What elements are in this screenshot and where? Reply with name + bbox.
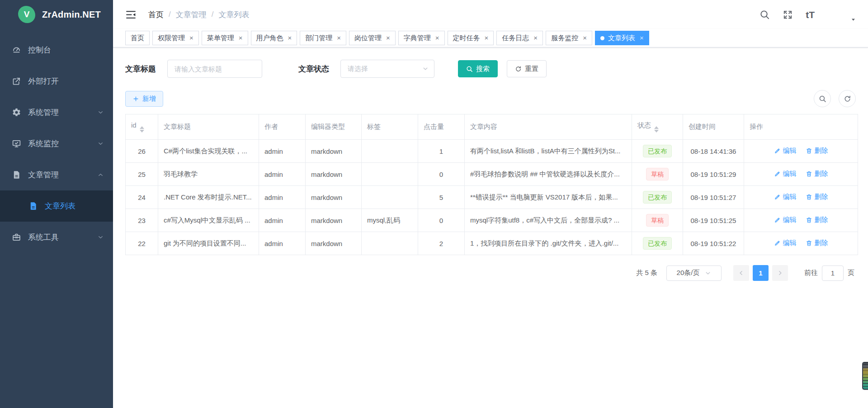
cell-author: admin <box>259 209 306 232</box>
sidebar-item-external[interactable]: 外部打开 <box>0 66 113 97</box>
cell-status: 草稿 <box>632 163 683 186</box>
add-button[interactable]: 新增 <box>125 91 163 107</box>
cell-clicks: 5 <box>418 186 465 209</box>
column-header-status[interactable]: 状态 <box>632 114 683 140</box>
column-label: 标签 <box>367 123 381 130</box>
page-size-select[interactable]: 20条/页 <box>666 266 722 281</box>
delete-label: 删除 <box>815 216 828 224</box>
tab-部门管理[interactable]: 部门管理× <box>300 31 346 45</box>
edit-icon <box>774 194 781 200</box>
sidebar-item-console[interactable]: 控制台 <box>0 34 113 66</box>
sidebar-item-label: 系统管理 <box>28 107 59 118</box>
app-title: ZrAdmin.NET <box>42 9 101 20</box>
sort-caret-icon[interactable] <box>654 126 659 133</box>
close-icon[interactable]: × <box>336 34 341 42</box>
prev-page-button[interactable] <box>733 265 749 281</box>
trash-icon <box>806 171 812 177</box>
column-header-id[interactable]: id <box>126 114 158 140</box>
column-header-created: 创建时间 <box>683 114 744 140</box>
cell-created: 08-18 14:41:36 <box>683 140 744 163</box>
sidebar-menu: 控制台外部打开系统管理系统监控文章管理文章列表系统工具 <box>0 34 113 253</box>
breadcrumb-separator: / <box>169 10 171 19</box>
font-size-icon[interactable]: tT <box>806 10 815 19</box>
delete-button[interactable]: 删除 <box>806 193 828 201</box>
app-logo[interactable]: V ZrAdmin.NET <box>0 0 113 29</box>
cell-tags <box>362 163 418 186</box>
sidebar-item-label: 外部打开 <box>28 76 59 86</box>
fullscreen-icon[interactable] <box>783 9 793 20</box>
sidebar-item-monitor[interactable]: 系统监控 <box>0 128 113 159</box>
page-number-1[interactable]: 1 <box>753 265 769 281</box>
tab-菜单管理[interactable]: 菜单管理× <box>202 31 248 45</box>
main-area: 首页/文章管理/文章列表 tT 首页权限管理×菜单管理×用户角色×部门管理×岗位… <box>113 0 868 408</box>
delete-button[interactable]: 删除 <box>806 147 828 155</box>
tab-任务日志[interactable]: 任务日志× <box>496 31 543 45</box>
close-icon[interactable]: × <box>434 34 439 42</box>
tab-label: 权限管理 <box>158 34 185 43</box>
external-link-icon <box>12 76 21 86</box>
header-search-icon[interactable] <box>760 9 770 20</box>
close-icon[interactable]: × <box>533 34 538 42</box>
tab-权限管理[interactable]: 权限管理× <box>152 31 199 45</box>
tab-首页[interactable]: 首页 <box>125 31 150 45</box>
cell-author: admin <box>259 140 306 163</box>
cell-editor: markdown <box>306 163 362 186</box>
toggle-search-button[interactable] <box>814 90 831 107</box>
delete-label: 删除 <box>815 239 828 247</box>
cell-clicks: 1 <box>418 140 465 163</box>
delete-button[interactable]: 删除 <box>806 170 828 178</box>
edit-button[interactable]: 编辑 <box>774 239 797 247</box>
breadcrumb-item[interactable]: 首页 <box>148 9 164 20</box>
filter-form: 文章标题 文章状态 请选择 搜索 <box>125 60 856 78</box>
sort-caret-icon[interactable] <box>140 126 144 133</box>
close-icon[interactable]: × <box>189 34 193 42</box>
tab-服务监控[interactable]: 服务监控× <box>546 31 592 45</box>
cell-clicks: 0 <box>418 163 465 186</box>
tab-label: 文章列表 <box>608 34 635 43</box>
user-menu[interactable] <box>827 5 856 24</box>
sidebar-subitem-article-list[interactable]: 文章列表 <box>0 190 113 222</box>
tab-字典管理[interactable]: 字典管理× <box>398 31 445 45</box>
close-icon[interactable]: × <box>582 34 587 42</box>
sidebar-collapse-icon[interactable] <box>125 9 137 20</box>
close-icon[interactable]: × <box>484 34 489 42</box>
goto-page-input[interactable] <box>822 266 844 281</box>
search-button[interactable]: 搜索 <box>458 60 498 77</box>
edit-button[interactable]: 编辑 <box>774 147 797 155</box>
tab-文章列表[interactable]: 文章列表× <box>595 31 649 45</box>
sidebar-item-tools[interactable]: 系统工具 <box>0 222 113 253</box>
table-header-row: id文章标题作者编辑器类型标签点击量文章内容状态创建时间操作 <box>126 114 858 140</box>
tab-岗位管理[interactable]: 岗位管理× <box>349 31 396 45</box>
close-icon[interactable]: × <box>639 34 644 42</box>
articles-table: id文章标题作者编辑器类型标签点击量文章内容状态创建时间操作 26C#两个lis… <box>125 114 858 255</box>
next-page-button[interactable] <box>772 265 788 281</box>
sidebar-item-article[interactable]: 文章管理 <box>0 159 113 190</box>
sidebar-item-system[interactable]: 系统管理 <box>0 97 113 128</box>
article-title-input[interactable] <box>167 60 262 78</box>
cell-editor: markdown <box>306 186 362 209</box>
user-avatar[interactable] <box>827 5 847 24</box>
column-header-editor: 编辑器类型 <box>306 114 362 140</box>
search-icon <box>819 95 826 103</box>
tab-用户角色[interactable]: 用户角色× <box>251 31 297 45</box>
toolbar-right <box>814 90 856 107</box>
tab-定时任务[interactable]: 定时任务× <box>448 31 494 45</box>
cell-title: git 为不同的项目设置不同... <box>158 232 259 255</box>
close-icon[interactable]: × <box>385 34 390 42</box>
article-status-select[interactable]: 请选择 <box>340 60 434 78</box>
cell-author: admin <box>259 186 306 209</box>
refresh-table-button[interactable] <box>839 90 856 107</box>
close-icon[interactable]: × <box>287 34 292 42</box>
edit-button[interactable]: 编辑 <box>774 193 797 201</box>
edit-button[interactable]: 编辑 <box>774 216 797 224</box>
edit-label: 编辑 <box>783 193 797 201</box>
cell-status: 已发布 <box>632 140 683 163</box>
edit-button[interactable]: 编辑 <box>774 170 797 178</box>
delete-button[interactable]: 删除 <box>806 216 828 224</box>
close-icon[interactable]: × <box>238 34 243 42</box>
delete-button[interactable]: 删除 <box>806 239 828 247</box>
cell-created: 08-19 10:51:29 <box>683 163 744 186</box>
reset-button[interactable]: 重置 <box>507 60 547 77</box>
tab-label: 服务监控 <box>551 34 578 43</box>
sidebar-item-label: 文章管理 <box>28 170 59 180</box>
